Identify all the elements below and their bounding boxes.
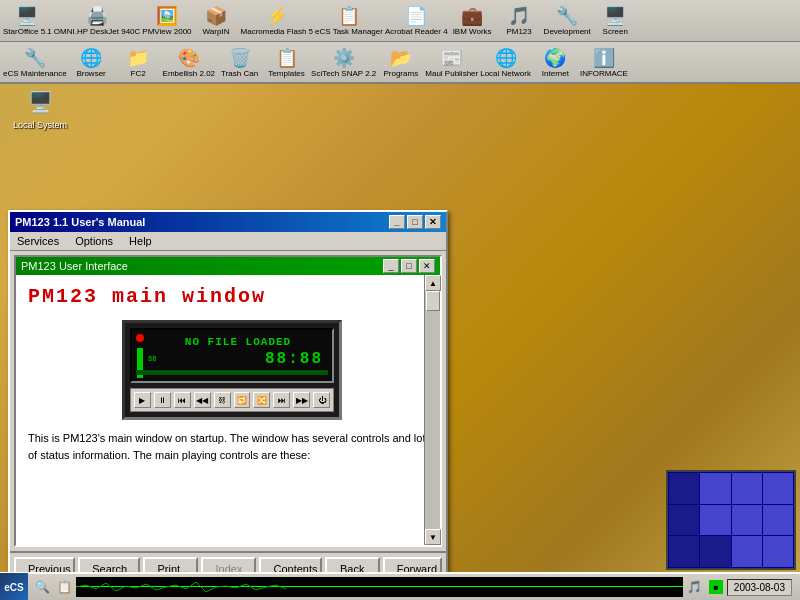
titlebar-buttons: _ □ ✕ [389,215,441,229]
taskbar-top: 🖥️ StarOffice 5.1 🖨️ OMNI.HP DeskJet 940… [0,0,800,42]
local-system-area: 🖥️ Local System [0,84,80,132]
taskbar-icon-screen[interactable]: 🖥️ Screen [593,4,638,37]
player-status-text: NO FILE LOADED [148,334,328,350]
menu-services[interactable]: Services [14,234,62,248]
description-text: This is PM123's main window on startup. … [28,430,436,463]
mini-cell-7[interactable] [763,505,793,536]
vertical-scrollbar[interactable]: ▲ ▼ [424,275,440,545]
window-manual: PM123 1.1 User's Manual _ □ ✕ Services O… [8,210,448,587]
player-screen: NO FILE LOADED 88 88:88 [130,328,334,383]
mini-cell-6[interactable] [732,505,762,536]
mini-map [666,470,796,570]
ffwd-button[interactable]: ▶▶ [293,392,310,408]
prev-button[interactable]: ⏮ [174,392,191,408]
player-progress-bar[interactable] [136,370,328,375]
close-button[interactable]: ✕ [425,215,441,229]
localnet-icon: 🌐 [494,46,518,70]
inner-close-button[interactable]: ✕ [419,259,435,273]
maximize-button[interactable]: □ [407,215,423,229]
taskbar-icon-warpin[interactable]: 📦 WarpIN [194,4,239,37]
mini-cell-11[interactable] [763,536,793,567]
taskbar-icon-embellish[interactable]: 🎨 Embellish 2.02 [163,46,215,79]
scroll-thumb[interactable] [426,291,440,311]
inner-window: PM123 User Interface _ □ ✕ PM123 main wi… [14,255,442,547]
mini-cell-4[interactable] [669,505,699,536]
inner-content[interactable]: PM123 main window NO FILE LOADED 88 [16,275,440,545]
mini-cell-8[interactable] [669,536,699,567]
taskbar-icon-maul[interactable]: 📰 Maul Publisher [425,46,478,79]
taskbar-icon-ibmworks[interactable]: 💼 IBM Works [450,4,495,37]
taskbar-icon-taskmanager[interactable]: 📋 eCS Task Manager [315,4,383,37]
taskbar-icon-acrobat[interactable]: 📄 Acrobat Reader 4 [385,4,448,37]
mini-cell-9[interactable] [700,536,730,567]
mini-cell-3[interactable] [763,473,793,504]
taskbar-icon-pm123[interactable]: 🎵 PM123 [497,4,542,37]
chain-button[interactable]: ⛓ [214,392,231,408]
player-small-text: 88 [148,355,156,363]
waveform-display [76,577,683,597]
menu-help[interactable]: Help [126,234,155,248]
repeat-button[interactable]: 🔁 [234,392,251,408]
taskbar-icon-flash[interactable]: ⚡ Macromedia Flash 5 [241,4,313,37]
maul-icon: 📰 [440,46,464,70]
taskbar-icon-maintenance[interactable]: 🔧 eCS Maintenance [3,46,67,79]
taskbar-icon-browser[interactable]: 🌐 Browser [69,46,114,79]
maintenance-icon: 🔧 [23,46,47,70]
power-button[interactable]: ⏻ [313,392,330,408]
inner-title: PM123 User Interface [21,260,128,272]
taskbar-icon-informace[interactable]: ℹ️ INFORMACE [580,46,628,79]
flash-icon: ⚡ [265,4,289,28]
rewind-button[interactable]: ◀◀ [194,392,211,408]
start-icon[interactable]: eCS [0,573,28,600]
taskbar-icon-scitech[interactable]: ⚙️ SciTech SNAP 2.2 [311,46,376,79]
warpin-icon: 📦 [204,4,228,28]
internet-icon: 🌍 [543,46,567,70]
mini-cell-2[interactable] [732,473,762,504]
content-area: PM123 main window NO FILE LOADED 88 [16,275,440,545]
mini-cell-5[interactable] [700,505,730,536]
mini-cell-1[interactable] [700,473,730,504]
inner-minimize-button[interactable]: _ [383,259,399,273]
taskbar-icon-printer[interactable]: 🖨️ OMNI.HP DeskJet 940C [54,4,141,37]
next-button[interactable]: ⏭ [273,392,290,408]
play-button[interactable]: ▶ [134,392,151,408]
scroll-down-arrow[interactable]: ▼ [425,529,441,545]
desktop: 🖥️ StarOffice 5.1 🖨️ OMNI.HP DeskJet 940… [0,0,800,600]
minimize-button[interactable]: _ [389,215,405,229]
local-system-icon[interactable]: 🖥️ Local System [11,84,69,132]
taskbar-icon-localnet[interactable]: 🌐 Local Network [480,46,531,79]
menu-options[interactable]: Options [72,234,116,248]
ibmworks-icon: 💼 [460,4,484,28]
status-indicator: ■ [709,580,723,594]
taskbar-clock: 2003-08-03 [727,579,792,596]
taskbar-icon-fc2[interactable]: 📁 FC2 [116,46,161,79]
taskbar-right: ■ 2003-08-03 [709,579,800,596]
taskbar-icon-pmview[interactable]: 🖼️ PMView 2000 [142,4,191,37]
scroll-track[interactable] [425,291,440,529]
taskbar-icon-templates[interactable]: 📋 Templates [264,46,309,79]
pause-button[interactable]: ⏸ [154,392,171,408]
taskbar-icon-development[interactable]: 🔧 Development [544,4,591,37]
search-icon[interactable]: 🔍 [32,577,52,597]
taskbar-icon-trash[interactable]: 🗑️ Trash Can [217,46,262,79]
taskbar-icon-internet[interactable]: 🌍 Internet [533,46,578,79]
staroffice-icon: 🖥️ [15,4,39,28]
taskbar-bottom-items: 🔍 📋 🎵 [28,575,709,599]
taskbar-icon-staroffice[interactable]: 🖥️ StarOffice 5.1 [3,4,52,37]
templates-icon: 📋 [275,46,299,70]
taskbar-top2: 🔧 eCS Maintenance 🌐 Browser 📁 FC2 🎨 Embe… [0,42,800,84]
taskbar-icon-programs[interactable]: 📂 Programs [378,46,423,79]
audio-icon[interactable]: 🎵 [685,577,705,597]
shuffle-button[interactable]: 🔀 [253,392,270,408]
player-red-indicator [136,334,144,342]
mini-cell-10[interactable] [732,536,762,567]
clipboard-icon[interactable]: 📋 [54,577,74,597]
scroll-up-arrow[interactable]: ▲ [425,275,441,291]
pm123-main-heading: PM123 main window [28,285,436,308]
mini-cell-0[interactable] [669,473,699,504]
embellish-icon: 🎨 [177,46,201,70]
development-icon: 🔧 [555,4,579,28]
inner-maximize-button[interactable]: □ [401,259,417,273]
pm123-icon: 🎵 [507,4,531,28]
scitech-icon: ⚙️ [332,46,356,70]
